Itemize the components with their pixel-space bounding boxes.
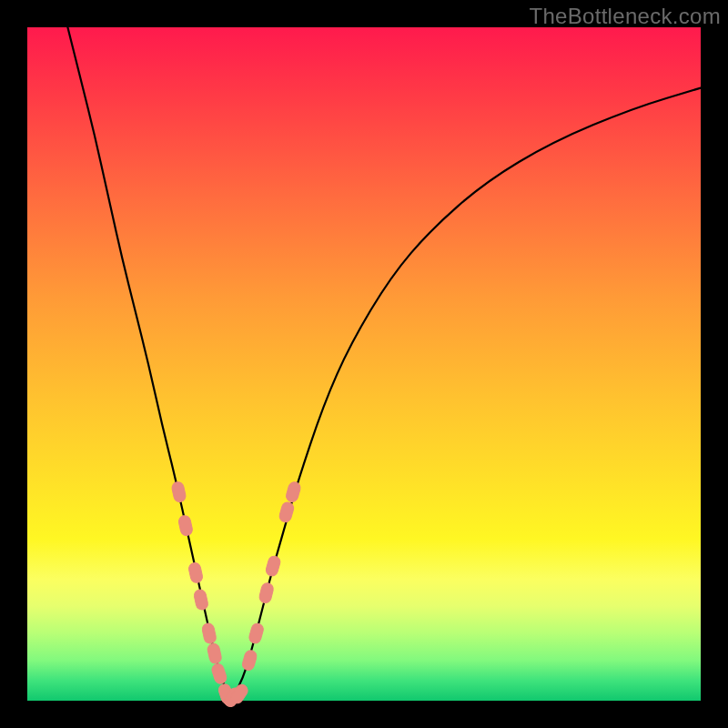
curve-marker bbox=[210, 662, 228, 685]
curve-layer bbox=[27, 27, 701, 701]
curve-marker bbox=[265, 555, 282, 578]
curve-marker bbox=[241, 649, 258, 672]
curve-marker bbox=[193, 589, 208, 611]
curve-marker bbox=[187, 561, 203, 583]
curve-marker bbox=[207, 642, 222, 664]
chart-frame: TheBottleneck.com bbox=[0, 0, 728, 728]
curve-marker bbox=[177, 514, 193, 536]
plot-area bbox=[27, 27, 701, 701]
curve-marker bbox=[278, 500, 296, 523]
curve-markers bbox=[171, 480, 302, 709]
curve-marker bbox=[248, 622, 265, 645]
curve-marker bbox=[171, 480, 187, 502]
curve-marker bbox=[258, 581, 275, 603]
watermark-text: TheBottleneck.com bbox=[529, 4, 721, 29]
curve-marker bbox=[285, 480, 302, 503]
bottleneck-curve bbox=[67, 27, 701, 694]
curve-marker bbox=[201, 622, 217, 644]
